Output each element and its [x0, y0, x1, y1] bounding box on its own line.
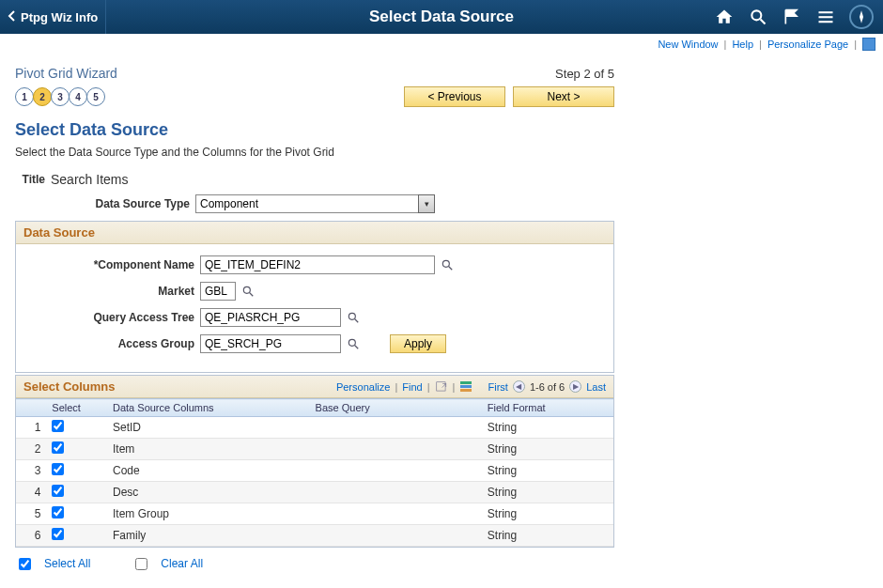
col-header-bq[interactable]: Base Query: [310, 399, 482, 417]
wizard-step-label: Step 2 of 5: [555, 67, 614, 81]
wizard-step-1[interactable]: 1: [15, 87, 34, 106]
next-button[interactable]: Next >: [513, 86, 614, 107]
search-icon[interactable]: [748, 7, 768, 27]
personalize-page-link[interactable]: Personalize Page: [767, 39, 848, 50]
wizard-step-5[interactable]: 5: [86, 87, 105, 106]
wizard-step-3[interactable]: 3: [51, 87, 70, 106]
cell-dsc: Item Group: [107, 503, 310, 525]
download-icon[interactable]: [459, 380, 472, 394]
svg-rect-16: [460, 385, 472, 388]
select-all-link[interactable]: Select All: [44, 557, 90, 570]
lookup-icon[interactable]: [347, 311, 360, 324]
data-source-type-select[interactable]: [195, 194, 419, 213]
svg-point-11: [349, 339, 355, 346]
navigator-icon[interactable]: [849, 5, 874, 29]
svg-line-6: [449, 267, 453, 271]
lookup-icon[interactable]: [241, 285, 255, 298]
table-row: 3CodeString: [16, 460, 613, 482]
table-row: 2ItemString: [16, 439, 613, 460]
print-icon[interactable]: [862, 38, 875, 51]
data-source-groupbox: Data Source *Component Name Market Query…: [15, 221, 614, 373]
query-access-tree-input[interactable]: [200, 308, 341, 327]
col-header-dsc[interactable]: Data Source Columns: [107, 399, 310, 417]
apply-button[interactable]: Apply: [390, 334, 446, 353]
cell-ff: String: [482, 460, 613, 482]
cell-dsc: SetID: [107, 417, 310, 439]
component-name-input[interactable]: [200, 255, 435, 274]
help-link[interactable]: Help: [732, 39, 753, 50]
svg-point-9: [349, 313, 355, 319]
row-select-checkbox[interactable]: [52, 528, 64, 540]
row-select-checkbox[interactable]: [52, 506, 64, 518]
table-row: 4DescString: [16, 482, 613, 503]
col-header-select[interactable]: Select: [46, 399, 107, 417]
row-select-checkbox[interactable]: [52, 420, 64, 432]
new-window-link[interactable]: New Window: [658, 39, 718, 50]
svg-point-5: [442, 260, 449, 267]
svg-point-7: [243, 286, 250, 293]
cell-ff: String: [482, 439, 613, 460]
next-page-icon[interactable]: ▶: [569, 380, 581, 393]
back-button[interactable]: Ptpg Wiz Info: [0, 0, 106, 34]
section-description: Select the Data Source Type and the Colu…: [15, 146, 614, 159]
market-label: Market: [25, 285, 194, 298]
range-label: 1-6 of 6: [530, 381, 565, 393]
lookup-icon[interactable]: [441, 258, 454, 271]
row-select-checkbox[interactable]: [52, 463, 64, 475]
title-field-value: Search Items: [51, 172, 128, 187]
select-columns-grid: Select Columns Personalize | Find | | Fi…: [15, 375, 614, 548]
cell-dsc: Code: [107, 460, 310, 482]
svg-line-10: [355, 319, 359, 323]
svg-rect-15: [460, 381, 472, 384]
cell-bq: [310, 417, 482, 439]
personalize-link[interactable]: Personalize: [336, 381, 390, 393]
row-select-checkbox[interactable]: [52, 441, 64, 454]
cell-ff: String: [482, 525, 613, 547]
cell-dsc: Family: [107, 525, 310, 547]
svg-rect-13: [436, 381, 444, 390]
find-link[interactable]: Find: [402, 381, 422, 393]
menu-icon[interactable]: [815, 7, 836, 27]
select-all-checkbox[interactable]: [19, 558, 31, 570]
market-input[interactable]: [200, 282, 236, 301]
svg-point-0: [751, 10, 761, 20]
top-nav-bar: Ptpg Wiz Info Select Data Source: [0, 0, 883, 34]
wizard-step-4[interactable]: 4: [69, 87, 87, 106]
cell-bq: [310, 482, 482, 503]
section-heading: Select Data Source: [15, 120, 614, 140]
cell-ff: String: [482, 482, 613, 503]
cell-bq: [310, 460, 482, 482]
cell-bq: [310, 503, 482, 525]
first-link[interactable]: First: [488, 381, 508, 393]
row-number: 5: [16, 503, 46, 525]
component-name-label: *Component Name: [25, 258, 194, 271]
wizard-step-2[interactable]: 2: [33, 87, 52, 106]
zoom-icon[interactable]: [435, 380, 448, 394]
table-row: 1SetIDString: [16, 417, 613, 439]
back-label: Ptpg Wiz Info: [21, 10, 98, 24]
grid-title: Select Columns: [23, 379, 116, 394]
table-row: 5Item GroupString: [16, 503, 613, 525]
page-title-header: Select Data Source: [369, 8, 514, 26]
utility-links: New Window | Help | Personalize Page |: [0, 34, 883, 54]
topbar-icons: [714, 5, 883, 29]
cell-ff: String: [482, 417, 613, 439]
flag-icon[interactable]: [782, 7, 802, 27]
clear-all-link[interactable]: Clear All: [161, 557, 203, 570]
home-icon[interactable]: [714, 7, 735, 27]
prev-page-icon[interactable]: ◀: [513, 380, 525, 393]
dropdown-arrow-icon[interactable]: ▾: [418, 194, 435, 213]
lookup-icon[interactable]: [347, 337, 360, 350]
wizard-steps: 12345: [15, 87, 104, 106]
row-select-checkbox[interactable]: [52, 485, 64, 497]
query-access-tree-label: Query Access Tree: [25, 311, 194, 324]
clear-all-checkbox[interactable]: [135, 558, 147, 570]
last-link[interactable]: Last: [586, 381, 606, 393]
access-group-input[interactable]: [200, 334, 341, 353]
access-group-label: Access Group: [25, 337, 194, 350]
previous-button[interactable]: < Previous: [404, 86, 505, 107]
row-number: 6: [16, 525, 46, 547]
cell-dsc: Item: [107, 439, 310, 460]
row-number: 3: [16, 460, 46, 482]
col-header-ff[interactable]: Field Format: [482, 399, 613, 417]
